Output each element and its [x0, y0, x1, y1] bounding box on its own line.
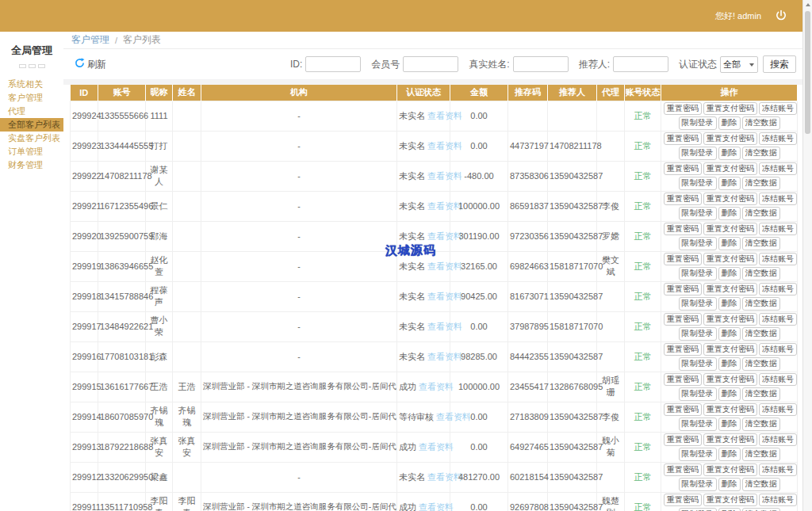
restrict-login-button[interactable]: 限制登录 [679, 297, 717, 311]
restrict-login-button[interactable]: 限制登录 [679, 448, 717, 461]
clear-data-button[interactable]: 清空数据 [742, 478, 780, 491]
reset-pay-password-button[interactable]: 重置支付密码 [703, 132, 757, 146]
reset-pay-password-button[interactable]: 重置支付密码 [703, 283, 757, 296]
freeze-account-button[interactable]: 冻结账号 [759, 193, 797, 206]
restrict-login-button[interactable]: 限制登录 [679, 327, 717, 341]
reset-pay-password-button[interactable]: 重置支付密码 [703, 193, 757, 206]
clear-data-button[interactable]: 清空数据 [742, 267, 780, 280]
scrollbar[interactable] [802, 0, 812, 511]
freeze-account-button[interactable]: 冻结账号 [759, 433, 797, 447]
restrict-login-button[interactable]: 限制登录 [679, 177, 717, 190]
view-profile-link[interactable]: 查看资料 [427, 111, 462, 120]
delete-button[interactable]: 删除 [718, 177, 741, 190]
delete-button[interactable]: 删除 [718, 418, 741, 431]
view-profile-link[interactable]: 查看资料 [427, 201, 462, 211]
restrict-login-button[interactable]: 限制登录 [679, 267, 717, 280]
view-profile-link[interactable]: 查看资料 [427, 261, 462, 271]
reset-password-button[interactable]: 重置密码 [664, 403, 702, 417]
delete-button[interactable]: 删除 [718, 297, 741, 311]
restrict-login-button[interactable]: 限制登录 [679, 508, 717, 511]
reset-pay-password-button[interactable]: 重置支付密码 [703, 313, 757, 326]
reset-pay-password-button[interactable]: 重置支付密码 [703, 223, 757, 236]
reset-password-button[interactable]: 重置密码 [664, 132, 702, 146]
view-profile-link[interactable]: 查看资料 [427, 352, 462, 361]
filter-input-2[interactable] [513, 56, 569, 72]
reset-pay-password-button[interactable]: 重置支付密码 [703, 102, 757, 116]
view-profile-link[interactable]: 查看资料 [419, 442, 454, 452]
restrict-login-button[interactable]: 限制登录 [679, 357, 717, 371]
restrict-login-button[interactable]: 限制登录 [679, 478, 717, 491]
filter-input-0[interactable] [305, 56, 361, 72]
freeze-account-button[interactable]: 冻结账号 [759, 343, 797, 357]
view-profile-link[interactable]: 查看资料 [427, 231, 462, 241]
sidebar-item-1[interactable]: 客户管理 [0, 91, 63, 105]
clear-data-button[interactable]: 清空数据 [742, 357, 780, 371]
logout-power-icon[interactable] [774, 9, 788, 23]
reset-password-button[interactable]: 重置密码 [664, 373, 702, 387]
restrict-login-button[interactable]: 限制登录 [679, 147, 717, 160]
delete-button[interactable]: 删除 [718, 327, 741, 341]
reset-pay-password-button[interactable]: 重置支付密码 [703, 253, 757, 266]
reset-password-button[interactable]: 重置密码 [664, 463, 702, 477]
auth-status-select[interactable]: 全部 [720, 56, 758, 73]
clear-data-button[interactable]: 清空数据 [742, 237, 780, 250]
reset-password-button[interactable]: 重置密码 [664, 162, 702, 176]
clear-data-button[interactable]: 清空数据 [742, 327, 780, 341]
delete-button[interactable]: 删除 [718, 267, 741, 280]
sidebar-item-4[interactable]: 实盘客户列表 [0, 132, 63, 145]
reset-pay-password-button[interactable]: 重置支付密码 [703, 373, 757, 387]
freeze-account-button[interactable]: 冻结账号 [759, 283, 797, 296]
clear-data-button[interactable]: 清空数据 [742, 508, 780, 511]
freeze-account-button[interactable]: 冻结账号 [759, 313, 797, 326]
reset-pay-password-button[interactable]: 重置支付密码 [703, 433, 757, 447]
delete-button[interactable]: 删除 [718, 147, 741, 160]
view-profile-link[interactable]: 查看资料 [427, 171, 462, 181]
search-button[interactable]: 搜索 [763, 55, 796, 73]
reset-pay-password-button[interactable]: 重置支付密码 [703, 162, 757, 176]
sidebar-item-5[interactable]: 订单管理 [0, 145, 63, 158]
freeze-account-button[interactable]: 冻结账号 [759, 102, 797, 116]
freeze-account-button[interactable]: 冻结账号 [759, 463, 797, 477]
freeze-account-button[interactable]: 冻结账号 [759, 132, 797, 146]
delete-button[interactable]: 删除 [718, 237, 741, 250]
reset-pay-password-button[interactable]: 重置支付密码 [703, 403, 757, 417]
view-profile-link[interactable]: 查看资料 [427, 141, 462, 151]
filter-input-1[interactable] [403, 56, 458, 72]
clear-data-button[interactable]: 清空数据 [742, 116, 780, 130]
restrict-login-button[interactable]: 限制登录 [679, 418, 717, 431]
view-profile-link[interactable]: 查看资料 [436, 412, 471, 421]
freeze-account-button[interactable]: 冻结账号 [759, 494, 797, 507]
view-profile-link[interactable]: 查看资料 [427, 472, 462, 482]
sidebar-item-6[interactable]: 财务管理 [0, 158, 63, 172]
delete-button[interactable]: 删除 [718, 387, 741, 401]
clear-data-button[interactable]: 清空数据 [742, 177, 780, 190]
reset-password-button[interactable]: 重置密码 [664, 494, 702, 507]
reset-pay-password-button[interactable]: 重置支付密码 [703, 494, 757, 507]
scroll-up-arrow-icon[interactable] [803, 0, 812, 10]
delete-button[interactable]: 删除 [718, 207, 741, 220]
restrict-login-button[interactable]: 限制登录 [679, 237, 717, 250]
delete-button[interactable]: 删除 [718, 116, 741, 130]
filter-input-3[interactable] [613, 56, 668, 72]
reset-password-button[interactable]: 重置密码 [664, 313, 702, 326]
restrict-login-button[interactable]: 限制登录 [679, 207, 717, 220]
restrict-login-button[interactable]: 限制登录 [679, 116, 717, 130]
freeze-account-button[interactable]: 冻结账号 [759, 403, 797, 417]
restrict-login-button[interactable]: 限制登录 [679, 387, 717, 401]
clear-data-button[interactable]: 清空数据 [742, 207, 780, 220]
reset-password-button[interactable]: 重置密码 [664, 283, 702, 296]
view-profile-link[interactable]: 查看资料 [427, 292, 462, 301]
reset-pay-password-button[interactable]: 重置支付密码 [703, 343, 757, 357]
clear-data-button[interactable]: 清空数据 [742, 297, 780, 311]
reset-password-button[interactable]: 重置密码 [664, 343, 702, 357]
freeze-account-button[interactable]: 冻结账号 [759, 162, 797, 176]
freeze-account-button[interactable]: 冻结账号 [759, 373, 797, 387]
delete-button[interactable]: 删除 [718, 448, 741, 461]
view-profile-link[interactable]: 查看资料 [419, 382, 454, 391]
sidebar-item-2[interactable]: 代理 [0, 105, 63, 118]
delete-button[interactable]: 删除 [718, 357, 741, 371]
delete-button[interactable]: 删除 [718, 478, 741, 491]
reset-password-button[interactable]: 重置密码 [664, 223, 702, 236]
sidebar-item-0[interactable]: 系统相关 [0, 78, 63, 91]
clear-data-button[interactable]: 清空数据 [742, 448, 780, 461]
